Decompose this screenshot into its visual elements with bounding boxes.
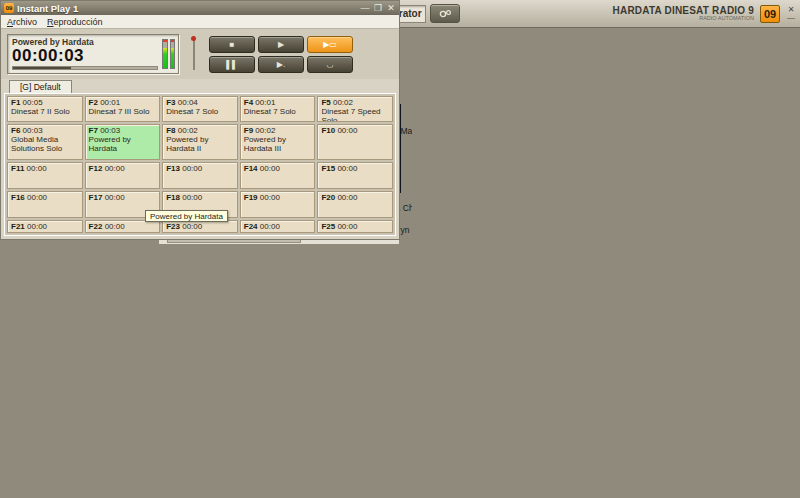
instant-panel: 09 Instant Play 1 — ❐ ✕ Archivo Reproduc… <box>0 0 400 240</box>
brand-subtitle: RADIO AUTOMATION <box>613 16 754 22</box>
stop-button[interactable]: ■ <box>209 36 255 53</box>
hotkey-cell[interactable]: F10 00:00 <box>317 124 393 160</box>
hotkey-cell[interactable]: F21 00:00 <box>7 220 83 233</box>
close-icon[interactable]: ✕ <box>386 3 396 13</box>
hotkey-cell[interactable]: F24 00:00 <box>240 220 316 233</box>
progress-fill <box>13 67 71 69</box>
settings-button[interactable] <box>430 4 460 23</box>
pause-icon: ▌▌ <box>226 60 237 69</box>
vu-meter <box>162 39 175 69</box>
volume-slider[interactable] <box>189 34 199 72</box>
fade-curve-icon: ◡ <box>327 60 334 69</box>
pause-button[interactable]: ▌▌ <box>209 56 255 73</box>
hotkey-cell[interactable]: F19 00:00 <box>240 191 316 218</box>
auto-play-button[interactable]: ▶▭ <box>307 36 353 53</box>
group-tab[interactable]: [G] Default <box>9 80 72 93</box>
now-playing-display: Powered by Hardata 00:00:03 <box>7 34 179 74</box>
main-window: ▶ ● jue 24/06/2010 15:55:38 Administrato… <box>0 0 800 498</box>
hotkey-cell[interactable]: F2 00:01Dinesat 7 III Solo <box>85 96 161 122</box>
tooltip: Powered by Hardata <box>145 210 228 222</box>
maximize-icon[interactable]: ❐ <box>373 3 383 13</box>
hotkey-cell[interactable]: F1 00:05Dinesat 7 II Solo <box>7 96 83 122</box>
transport-buttons: ■ ▶ ▶▭ ▌▌ ▶. ◡ <box>209 36 353 73</box>
instant-player: Powered by Hardata 00:00:03 ■ ▶ ▶▭ ▌▌ ▶.… <box>1 29 399 79</box>
gears-icon <box>439 9 452 19</box>
instant-titlebar[interactable]: 09 Instant Play 1 — ❐ ✕ <box>1 1 399 15</box>
play-window-icon: ▶▭ <box>323 40 337 49</box>
minimize-icon[interactable]: — <box>360 3 370 13</box>
app-logo: 09 <box>760 5 780 23</box>
hotkey-cell[interactable]: F6 00:03Global Media Solutions Solo <box>7 124 83 160</box>
menu-archivo[interactable]: Archivo <box>7 17 37 27</box>
hotkey-cell[interactable]: F5 00:02Dinesat 7 Speed Solo <box>317 96 393 122</box>
track-time: 00:00:03 <box>12 47 174 65</box>
hotkey-cell[interactable]: F14 00:00 <box>240 162 316 189</box>
minimize-icon[interactable]: — <box>786 15 796 21</box>
brand: HARDATA DINESAT RADIO 9 RADIO AUTOMATION <box>613 6 754 22</box>
hotkey-cell[interactable]: F15 00:00 <box>317 162 393 189</box>
hotkey-cell[interactable]: F13 00:00 <box>162 162 238 189</box>
play-next-button[interactable]: ▶. <box>258 56 304 73</box>
hotkey-cell[interactable]: F16 00:00 <box>7 191 83 218</box>
instant-menubar: Archivo Reproducción <box>1 15 399 29</box>
hotkey-cell[interactable]: F12 00:00 <box>85 162 161 189</box>
progress-bar[interactable] <box>12 66 158 70</box>
hotkey-cell[interactable]: F20 00:00 <box>317 191 393 218</box>
play-skip-icon: ▶. <box>277 60 285 69</box>
hotkey-cell-active[interactable]: F7 00:03Powered by Hardata <box>85 124 161 160</box>
stop-icon: ■ <box>230 40 235 49</box>
instant-tabs: [G] Default <box>1 79 399 93</box>
hotkey-cell[interactable]: F3 00:04Dinesat 7 Solo <box>162 96 238 122</box>
hotkey-cell[interactable]: F25 00:00 <box>317 220 393 233</box>
close-icon[interactable]: ✕ <box>786 7 796 13</box>
app-icon: 09 <box>4 3 14 13</box>
fade-button[interactable]: ◡ <box>307 56 353 73</box>
hotkey-cell[interactable]: F8 00:02Powered by Hardata II <box>162 124 238 160</box>
window-controls: ✕ — <box>786 7 796 21</box>
hotkey-cell[interactable]: F9 00:02Powered by Hardata III <box>240 124 316 160</box>
hotkey-cell[interactable]: F4 00:01Dinesat 7 Solo <box>240 96 316 122</box>
instant-title: Instant Play 1 <box>17 3 357 14</box>
play-button[interactable]: ▶ <box>258 36 304 53</box>
hotkey-cell[interactable]: F11 00:00 <box>7 162 83 189</box>
menu-reproduccion[interactable]: Reproducción <box>47 17 103 27</box>
play-icon: ▶ <box>278 40 284 49</box>
instant-grid: F1 00:05Dinesat 7 II Solo F2 00:01Dinesa… <box>4 93 396 236</box>
